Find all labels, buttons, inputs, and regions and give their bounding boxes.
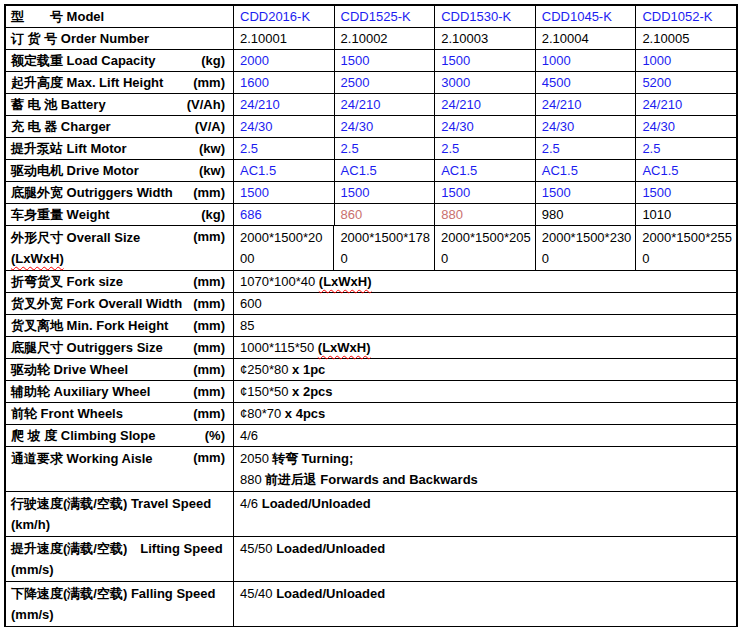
value-line: AC1.5 <box>542 161 632 180</box>
row-label-line1: 底腿尺寸 Outriggers Size <box>11 338 163 357</box>
value-line: 24/210 <box>542 95 632 114</box>
row-label: 通道要求 Working Aisle <box>11 448 153 469</box>
value-line: 2000*1500*205 <box>441 227 531 248</box>
value-text: 600 <box>240 296 262 311</box>
value-cell-lifting-speed: 45/50 Loaded/Unloaded <box>234 537 736 581</box>
value-line: 24/210 <box>240 95 330 114</box>
row-label-text: 车身重量 Weight <box>11 207 110 222</box>
row-load-capacity: 额定载重 Load Capacity(kg)200015001500100010… <box>6 50 736 72</box>
value-cell-weight-CDD1525-K: 860 <box>335 204 436 225</box>
value-line: 24/30 <box>341 117 431 136</box>
value-cell-model-CDD1530-K: CDD1530-K <box>435 6 536 27</box>
value-line: 1500 <box>441 183 531 202</box>
value-cell-outriggers-width-CDD2016-K: 1500 <box>234 182 335 203</box>
row-label: 蓄 电 池 Battery <box>11 95 106 114</box>
row-label: 充 电 器 Charger <box>11 117 111 136</box>
row-label-text: 额定载重 Load Capacity <box>11 53 155 68</box>
value-cell-drive-motor-CDD2016-K: AC1.5 <box>234 160 335 181</box>
value-cell-travel-speed: 4/6 Loaded/Unloaded <box>234 492 736 536</box>
row-label: 起升高度 Max. Lift Height <box>11 73 163 92</box>
value-line: 1500 <box>240 183 330 202</box>
value-cell-charger-CDD1052-K: 24/30 <box>636 116 736 137</box>
value-cell-drive-motor-CDD1052-K: AC1.5 <box>636 160 736 181</box>
row-label-text: 前轮 Front Wheels <box>11 406 123 421</box>
row-label-text: 货叉外宽 Fork Overall Width <box>11 296 182 311</box>
value-line: 1070*100*40 (LxWxH) <box>240 272 732 291</box>
row-label-cell-battery: 蓄 电 池 Battery(V/Ah) <box>6 94 234 115</box>
value-line: 1500 <box>441 51 531 70</box>
row-label-cell-load-capacity: 额定载重 Load Capacity(kg) <box>6 50 234 71</box>
row-label-text: 提升速度(满载/空载) Lifting Speed <box>11 541 223 556</box>
row-label-unit: (mm/s) <box>11 559 223 580</box>
row-max-lift-height: 起升高度 Max. Lift Height(mm)160025003000450… <box>6 72 736 94</box>
value-line: 24/30 <box>642 117 732 136</box>
value-line: 2500 <box>341 73 431 92</box>
value-cell-order-number-CDD1045-K: 2.10004 <box>536 28 637 49</box>
row-label-line1: 通道要求 Working Aisle <box>11 448 153 469</box>
value-line: 1600 <box>240 73 330 92</box>
row-label: 驱动电机 Drive Motor <box>11 161 139 180</box>
row-label: 折弯货叉 Fork size <box>11 272 123 291</box>
value-line: 5200 <box>642 73 732 92</box>
value-cell-order-number-CDD1525-K: 2.10002 <box>335 28 436 49</box>
row-label-text: 型 号 Model <box>11 9 104 24</box>
value-cell-auxiliary-wheel: ¢150*50 x 2pcs <box>234 381 736 402</box>
row-label-cell-model: 型 号 Model <box>6 6 234 27</box>
value-text: 4/6 <box>240 496 262 511</box>
row-label-text: 起升高度 Max. Lift Height <box>11 75 163 90</box>
value-line: CDD2016-K <box>240 7 330 26</box>
value-line: 45/40 Loaded/Unloaded <box>240 583 732 604</box>
value-cell-weight-CDD1530-K: 880 <box>435 204 536 225</box>
row-label: 行驶速度(满载/空载) Travel Speed(km/h) <box>11 493 211 535</box>
value-line: AC1.5 <box>642 161 732 180</box>
row-unit: (mm) <box>193 227 225 246</box>
value-line: 2000 <box>240 51 330 70</box>
value-line: AC1.5 <box>240 161 330 180</box>
row-label-cell-lifting-speed: 提升速度(满载/空载) Lifting Speed(mm/s) <box>6 537 234 581</box>
value-text: 85 <box>240 318 254 333</box>
row-label-text: 驱动轮 Drive Wheel <box>11 362 128 377</box>
row-label-line1: 驱动电机 Drive Motor <box>11 161 139 180</box>
value-cell-model-CDD2016-K: CDD2016-K <box>234 6 335 27</box>
value-cell-load-capacity-CDD1530-K: 1500 <box>435 50 536 71</box>
page: { "document_title": "Forklift Specificat… <box>0 0 742 627</box>
value-cell-battery-CDD1525-K: 24/210 <box>335 94 436 115</box>
value-line: 2.5 <box>642 139 732 158</box>
row-label-cell-working-aisle: 通道要求 Working Aisle(mm) <box>6 447 234 491</box>
row-unit: (mm) <box>193 183 225 202</box>
value-cell-battery-CDD2016-K: 24/210 <box>234 94 335 115</box>
value-cell-load-capacity-CDD1052-K: 1000 <box>636 50 736 71</box>
value-cell-order-number-CDD1530-K: 2.10003 <box>435 28 536 49</box>
value-line: 2.10001 <box>240 29 330 48</box>
row-label-cell-drive-motor: 驱动电机 Drive Motor(kw) <box>6 160 234 181</box>
value-cell-lift-motor-CDD1045-K: 2.5 <box>536 138 637 159</box>
value-cell-outriggers-width-CDD1052-K: 1500 <box>636 182 736 203</box>
row-label-cell-lift-motor: 提升泵站 Lift Motor(kw) <box>6 138 234 159</box>
row-fork-overall-width: 货叉外宽 Fork Overall Width(mm)600 <box>6 293 736 315</box>
value-cell-weight-CDD1045-K: 980 <box>536 204 637 225</box>
value-line: 980 <box>542 205 632 224</box>
spec-table: 型 号 ModelCDD2016-KCDD1525-KCDD1530-KCDD1… <box>4 4 738 627</box>
row-label-line1: 底腿外宽 Outriggers Width <box>11 183 173 202</box>
value-line: 600 <box>240 294 732 313</box>
row-label-line1: 货叉离地 Min. Fork Height <box>11 316 168 335</box>
row-label-cell-max-lift-height: 起升高度 Max. Lift Height(mm) <box>6 72 234 93</box>
value-cell-order-number-CDD2016-K: 2.10001 <box>234 28 335 49</box>
row-label-cell-min-fork-height: 货叉离地 Min. Fork Height(mm) <box>6 315 234 336</box>
row-unit: (mm) <box>193 294 225 313</box>
value-cell-load-capacity-CDD1045-K: 1000 <box>536 50 637 71</box>
row-label: 爬 坡 度 Climbing Slope <box>11 426 155 445</box>
row-label-cell-outriggers-size: 底腿尺寸 Outriggers Size(mm) <box>6 337 234 358</box>
value-cell-front-wheels: ¢80*70 x 4pcs <box>234 403 736 424</box>
row-label-line1: 车身重量 Weight <box>11 205 110 224</box>
value-line: 0 <box>340 248 430 269</box>
value-line: 2.5 <box>240 139 330 158</box>
value-line: 24/210 <box>341 95 431 114</box>
value-line: 2000*1500*230 <box>542 227 632 248</box>
row-unit: (kw) <box>199 161 225 180</box>
row-label: 下降速度(满载/空载) Falling Speed(mm/s) <box>11 583 215 625</box>
value-line: 1500 <box>642 183 732 202</box>
row-label: 货叉离地 Min. Fork Height <box>11 316 168 335</box>
row-label-line1: 前轮 Front Wheels <box>11 404 123 423</box>
row-label-cell-drive-wheel: 驱动轮 Drive Wheel(mm) <box>6 359 234 380</box>
